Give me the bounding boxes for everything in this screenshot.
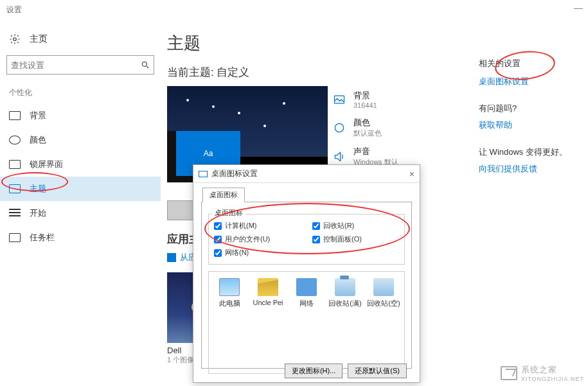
desktop-icon-settings-dialog: 桌面图标设置 × 桌面图标 桌面图标 计算机(M) 回收站(R) 用户的文件(U… <box>193 164 420 383</box>
sidebar-item-start[interactable]: 开始 <box>0 201 161 225</box>
check-userfiles[interactable]: 用户的文件(U) <box>214 234 301 244</box>
sidebar-item-background[interactable]: 背景 <box>0 103 161 128</box>
sidebar-item-lockscreen[interactable]: 锁屏界面 <box>0 152 161 177</box>
palette-icon <box>9 136 21 145</box>
lockscreen-icon <box>9 160 21 169</box>
tab-desktop-icons[interactable]: 桌面图标 <box>202 188 245 202</box>
better-text: 让 Windows 变得更好。 <box>479 146 582 158</box>
icon-preview-box: 此电脑 Uncle Pei 网络 回收站(满) 回收站(空) <box>208 271 405 374</box>
desktop-icon-settings-link[interactable]: 桌面图标设置 <box>479 76 582 87</box>
close-icon[interactable]: × <box>409 169 414 179</box>
change-icon-button[interactable]: 更改图标(H)... <box>285 364 343 378</box>
window-title: 设置 <box>6 4 22 15</box>
sidebar-section: 个性化 <box>0 82 161 103</box>
check-network[interactable]: 网络(N) <box>214 248 301 258</box>
search-icon <box>141 60 150 69</box>
minimize-icon[interactable]: — <box>574 3 583 13</box>
gear-icon <box>9 33 21 45</box>
watermark-icon <box>501 366 517 380</box>
right-pane: 相关的设置 桌面图标设置 有问题吗? 获取帮助 让 Windows 变得更好。 … <box>479 19 588 365</box>
sidebar: 主页 个性化 背景 颜色 锁屏界面 主题 开始 任务栏 <box>0 19 161 365</box>
sidebar-item-taskbar[interactable]: 任务栏 <box>0 225 161 250</box>
icon-network[interactable]: 网络 <box>290 278 323 308</box>
icon-recycle-full[interactable]: 回收站(满) <box>328 278 362 308</box>
group-label: 桌面图标 <box>212 209 245 216</box>
icon-user-folder[interactable]: Uncle Pei <box>251 278 285 306</box>
svg-point-0 <box>13 38 17 41</box>
home-label: 主页 <box>30 33 48 45</box>
question-text: 有问题吗? <box>479 103 582 114</box>
watermark: 系统之家 XITONGZHIJIA.NET <box>501 364 584 382</box>
search-field[interactable] <box>11 60 141 70</box>
current-theme-label: 当前主题: 自定义 <box>167 65 463 80</box>
home-link[interactable]: 主页 <box>0 30 161 49</box>
prop-background[interactable]: 背景316441 <box>333 86 398 113</box>
dialog-icon <box>199 171 208 177</box>
color-icon <box>333 121 346 134</box>
check-computer[interactable]: 计算机(M) <box>214 221 301 231</box>
check-cpanel[interactable]: 控制面板(O) <box>312 234 399 244</box>
search-input[interactable] <box>6 55 154 75</box>
icon-recycle-empty[interactable]: 回收站(空) <box>367 278 400 308</box>
svg-point-1 <box>142 62 147 66</box>
get-help-link[interactable]: 获取帮助 <box>479 119 582 131</box>
related-settings-head: 相关的设置 <box>479 58 582 69</box>
sidebar-item-colors[interactable]: 颜色 <box>0 128 161 152</box>
theme-icon <box>9 184 21 193</box>
icon-this-pc[interactable]: 此电脑 <box>213 278 246 308</box>
speaker-icon <box>333 150 346 163</box>
picture-icon <box>333 93 346 106</box>
taskbar-icon <box>9 233 21 242</box>
svg-point-4 <box>335 123 343 132</box>
sidebar-item-themes[interactable]: 主题 <box>0 177 161 201</box>
store-icon <box>167 253 176 262</box>
start-icon <box>9 209 21 218</box>
restore-default-button[interactable]: 还原默认值(S) <box>348 364 407 378</box>
feedback-link[interactable]: 向我们提供反馈 <box>479 163 582 175</box>
picture-icon <box>9 111 21 120</box>
page-title: 主题 <box>167 32 463 55</box>
check-recycle[interactable]: 回收站(R) <box>312 221 399 231</box>
svg-line-2 <box>147 66 149 69</box>
dialog-title-text: 桌面图标设置 <box>211 168 258 179</box>
prop-color[interactable]: 颜色默认蓝色 <box>333 113 398 142</box>
